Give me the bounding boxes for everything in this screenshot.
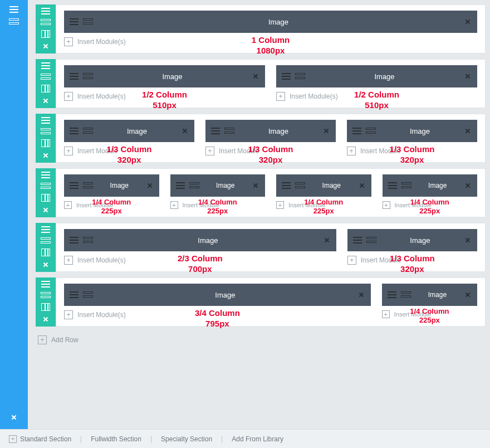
module-image[interactable]: Image [170, 174, 266, 197]
hamburger-icon[interactable] [282, 73, 291, 80]
rows-icon[interactable] [83, 291, 93, 298]
close-icon[interactable] [464, 72, 472, 80]
hamburger-icon[interactable] [388, 291, 396, 298]
close-icon[interactable] [42, 315, 50, 323]
module-image[interactable]: Image [64, 65, 265, 87]
hamburger-icon[interactable] [70, 291, 79, 298]
columns-icon[interactable] [41, 30, 50, 38]
hamburger-icon[interactable] [70, 73, 79, 80]
module-image[interactable]: Image [64, 11, 477, 33]
hamburger-icon[interactable] [70, 128, 79, 134]
module-image[interactable]: Image [347, 120, 477, 142]
hamburger-icon[interactable] [211, 128, 220, 134]
rows-icon[interactable] [41, 74, 51, 80]
footer-fullwidth-section[interactable]: Fullwidth Section [89, 435, 144, 443]
rows-icon[interactable] [9, 18, 19, 25]
insert-module[interactable]: + Insert Module [170, 201, 266, 209]
module-image[interactable]: Image [383, 174, 478, 197]
insert-module[interactable]: + Insert Module(s) [64, 92, 265, 101]
rows-icon[interactable] [366, 237, 376, 244]
module-image[interactable]: Image [382, 284, 477, 306]
hamburger-icon[interactable] [41, 226, 50, 233]
columns-icon[interactable] [41, 194, 50, 202]
hamburger-icon[interactable] [353, 237, 362, 244]
insert-module[interactable]: + Insert Module [347, 147, 477, 155]
hamburger-icon[interactable] [70, 18, 79, 25]
columns-icon[interactable] [41, 85, 50, 92]
rows-icon[interactable] [83, 182, 93, 189]
close-icon[interactable] [322, 127, 330, 135]
rows-icon[interactable] [41, 237, 51, 244]
insert-module[interactable]: + Insert Module(s) [64, 256, 336, 265]
close-icon[interactable] [146, 182, 154, 189]
footer-specialty-section[interactable]: Specialty Section [159, 435, 214, 443]
close-icon[interactable] [357, 291, 365, 299]
hamburger-icon[interactable] [352, 128, 361, 134]
module-image[interactable]: Image [347, 229, 477, 251]
insert-module[interactable]: + Insert Module(s) [64, 310, 371, 319]
close-icon[interactable] [464, 291, 472, 299]
hamburger-icon[interactable] [41, 172, 50, 178]
columns-icon[interactable] [41, 249, 50, 256]
close-icon[interactable] [464, 236, 472, 244]
module-image[interactable]: Image [276, 174, 371, 197]
close-icon[interactable] [464, 182, 472, 189]
module-image[interactable]: Image [64, 174, 159, 197]
close-icon[interactable] [464, 127, 472, 135]
hamburger-icon[interactable] [41, 62, 50, 69]
columns-icon[interactable] [41, 303, 50, 311]
module-image[interactable]: Image [276, 65, 477, 87]
module-image[interactable]: Image [205, 120, 336, 142]
rows-icon[interactable] [224, 128, 234, 134]
close-icon[interactable] [323, 236, 331, 244]
close-icon[interactable] [252, 72, 259, 80]
insert-module[interactable]: + Insert Module [205, 147, 336, 155]
rows-icon[interactable] [41, 128, 51, 135]
rows-icon[interactable] [83, 18, 93, 25]
rows-icon[interactable] [83, 237, 93, 244]
add-row-button[interactable]: + Add Row [36, 332, 486, 349]
hamburger-icon[interactable] [70, 237, 79, 244]
rows-icon[interactable] [83, 73, 93, 80]
close-icon[interactable] [42, 97, 50, 105]
rows-icon[interactable] [295, 73, 305, 80]
close-icon[interactable] [42, 261, 50, 269]
columns-icon[interactable] [41, 139, 50, 147]
close-icon[interactable] [42, 42, 50, 50]
close-icon[interactable] [358, 182, 366, 189]
hamburger-icon[interactable] [282, 182, 291, 189]
insert-module[interactable]: + Insert Module [64, 147, 194, 155]
hamburger-icon[interactable] [70, 182, 79, 189]
insert-module[interactable]: + Insert Module [383, 201, 478, 209]
close-icon[interactable] [252, 182, 259, 189]
footer-standard-section[interactable]: + Standard Section [7, 435, 74, 443]
rows-icon[interactable] [41, 292, 51, 299]
insert-module[interactable]: + Insert Module [347, 256, 477, 265]
hamburger-icon[interactable] [388, 182, 397, 189]
module-image[interactable]: Image [64, 284, 371, 306]
insert-module[interactable]: + Insert Module [276, 201, 371, 209]
hamburger-icon[interactable] [9, 6, 18, 13]
hamburger-icon[interactable] [176, 182, 185, 189]
insert-module[interactable]: + Insert Module(s) [276, 92, 477, 101]
close-icon[interactable] [10, 413, 18, 421]
close-icon[interactable] [181, 127, 189, 135]
hamburger-icon[interactable] [41, 117, 50, 124]
rows-icon[interactable] [189, 182, 199, 189]
close-icon[interactable] [464, 18, 472, 26]
insert-module[interactable]: + Insert Module [382, 310, 477, 318]
insert-module[interactable]: + Insert Module [64, 201, 159, 209]
rows-icon[interactable] [295, 182, 305, 189]
rows-icon[interactable] [41, 19, 51, 26]
rows-icon[interactable] [366, 128, 376, 134]
rows-icon[interactable] [401, 291, 411, 298]
hamburger-icon[interactable] [41, 281, 50, 288]
rows-icon[interactable] [401, 182, 411, 189]
close-icon[interactable] [42, 152, 50, 159]
module-image[interactable]: Image [64, 229, 336, 251]
footer-add-from-library[interactable]: Add From Library [229, 435, 286, 443]
module-image[interactable]: Image [64, 120, 194, 142]
insert-module[interactable]: + Insert Module(s) [64, 37, 477, 46]
rows-icon[interactable] [41, 183, 51, 189]
rows-icon[interactable] [83, 128, 93, 134]
